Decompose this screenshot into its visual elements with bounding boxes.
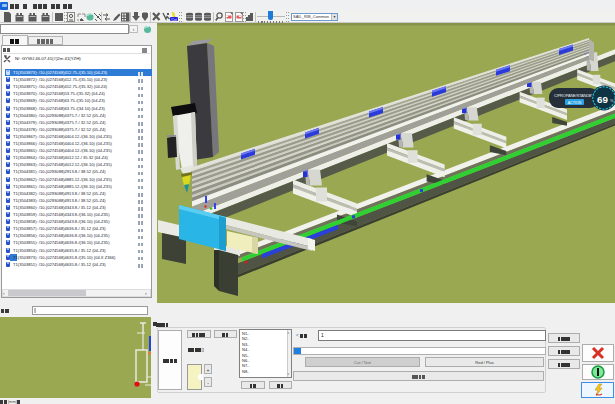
svg-text:69: 69: [597, 94, 608, 105]
svg-text:Cut: Cut: [171, 18, 176, 22]
svg-text:ACTION: ACTION: [568, 101, 582, 105]
svg-text:%: %: [610, 98, 614, 103]
svg-text:C/PROPANE/STANDBY: C/PROPANE/STANDBY: [554, 93, 594, 98]
